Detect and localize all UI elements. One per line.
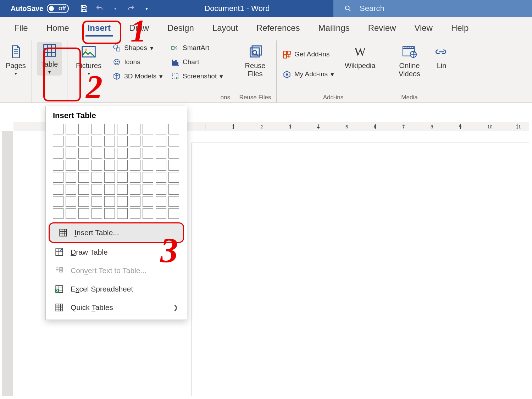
table-grid-cell[interactable] [130, 196, 140, 207]
table-grid-cell[interactable] [143, 208, 153, 219]
table-grid-cell[interactable] [53, 208, 63, 219]
online-videos-button[interactable]: Online Videos [395, 42, 424, 80]
table-grid-cell[interactable] [143, 160, 153, 171]
table-grid-cell[interactable] [168, 196, 179, 207]
table-grid-cell[interactable] [156, 196, 166, 207]
table-grid-cell[interactable] [104, 160, 115, 171]
document-page[interactable] [192, 143, 529, 396]
menu-excel-spreadsheet[interactable]: Excel Spreadsheet [46, 280, 187, 298]
table-grid-cell[interactable] [78, 136, 89, 146]
tab-file[interactable]: File [5, 18, 37, 38]
table-grid-cell[interactable] [66, 148, 76, 159]
table-button[interactable]: Table ▾ [37, 42, 62, 76]
table-grid-cell[interactable] [66, 196, 76, 207]
table-grid-cell[interactable] [130, 160, 140, 171]
my-addins-button[interactable]: My Add-ins ▾ [282, 68, 335, 80]
table-grid-cell[interactable] [78, 184, 89, 195]
table-grid-cell[interactable] [168, 148, 179, 159]
wikipedia-button[interactable]: W Wikipedia [341, 42, 379, 72]
table-grid-cell[interactable] [92, 196, 102, 207]
table-grid-cell[interactable] [130, 184, 140, 195]
table-grid-cell[interactable] [168, 172, 179, 183]
search-box[interactable]: Search [333, 0, 532, 17]
table-grid-cell[interactable] [53, 148, 63, 159]
table-grid-cell[interactable] [117, 160, 128, 171]
table-grid-cell[interactable] [143, 172, 153, 183]
table-grid-cell[interactable] [104, 136, 115, 146]
table-grid-cell[interactable] [156, 148, 166, 159]
table-grid-cell[interactable] [78, 124, 89, 134]
table-grid-cell[interactable] [104, 148, 115, 159]
table-grid-cell[interactable] [117, 148, 128, 159]
table-grid-cell[interactable] [130, 148, 140, 159]
table-grid-cell[interactable] [143, 136, 153, 146]
table-grid-cell[interactable] [117, 136, 128, 146]
tab-view[interactable]: View [405, 18, 442, 38]
table-grid-cell[interactable] [130, 124, 140, 134]
table-grid-cell[interactable] [156, 160, 166, 171]
table-grid-cell[interactable] [53, 196, 63, 207]
icons-button[interactable]: Icons [111, 56, 164, 68]
get-addins-button[interactable]: Get Add-ins [282, 48, 335, 60]
table-grid-cell[interactable] [143, 196, 153, 207]
table-grid-cell[interactable] [78, 196, 89, 207]
reuse-files-button[interactable]: Reuse Files [239, 42, 271, 80]
table-grid-cell[interactable] [53, 184, 63, 195]
table-grid-cell[interactable] [168, 208, 179, 219]
table-grid-cell[interactable] [168, 184, 179, 195]
table-grid-cell[interactable] [143, 148, 153, 159]
tab-mailings[interactable]: Mailings [309, 18, 359, 38]
table-grid-cell[interactable] [66, 136, 76, 146]
table-grid-cell[interactable] [117, 196, 128, 207]
tab-references[interactable]: References [247, 18, 309, 38]
tab-draw[interactable]: Draw [120, 18, 158, 38]
table-grid-cell[interactable] [117, 208, 128, 219]
tab-insert[interactable]: Insert [78, 18, 120, 38]
table-grid-cell[interactable] [130, 208, 140, 219]
table-grid-cell[interactable] [117, 172, 128, 183]
table-grid-cell[interactable] [130, 136, 140, 146]
table-grid-cell[interactable] [130, 172, 140, 183]
table-grid-cell[interactable] [66, 160, 76, 171]
qat-chevron-down-icon[interactable]: ▾ [111, 4, 120, 13]
tab-help[interactable]: Help [442, 18, 478, 38]
table-grid-cell[interactable] [104, 124, 115, 134]
table-grid-cell[interactable] [78, 160, 89, 171]
table-size-grid[interactable] [46, 124, 187, 222]
table-grid-cell[interactable] [53, 124, 63, 134]
pages-button[interactable]: Pages ▾ [5, 42, 27, 78]
table-grid-cell[interactable] [66, 208, 76, 219]
table-grid-cell[interactable] [156, 172, 166, 183]
table-grid-cell[interactable] [168, 124, 179, 134]
tab-design[interactable]: Design [158, 18, 203, 38]
table-grid-cell[interactable] [104, 208, 115, 219]
shapes-button[interactable]: Shapes▾ [111, 42, 164, 54]
menu-quick-tables[interactable]: Quick Tables ❯ [46, 298, 187, 317]
save-icon[interactable] [79, 4, 89, 13]
screenshot-button[interactable]: Screenshot▾ [170, 70, 224, 82]
3d-models-button[interactable]: 3D Models ▾ [111, 70, 164, 82]
table-grid-cell[interactable] [143, 124, 153, 134]
table-grid-cell[interactable] [117, 184, 128, 195]
menu-insert-table[interactable]: Insert Table... [49, 222, 184, 243]
table-grid-cell[interactable] [92, 136, 102, 146]
tab-layout[interactable]: Layout [203, 18, 247, 38]
redo-icon[interactable] [126, 4, 135, 13]
autosave-toggle[interactable]: Off [47, 4, 69, 13]
table-grid-cell[interactable] [78, 172, 89, 183]
table-grid-cell[interactable] [92, 160, 102, 171]
undo-icon[interactable] [95, 4, 104, 13]
table-grid-cell[interactable] [104, 172, 115, 183]
customize-qat-icon[interactable]: ▾ [142, 4, 151, 13]
table-grid-cell[interactable] [156, 208, 166, 219]
table-grid-cell[interactable] [156, 184, 166, 195]
table-grid-cell[interactable] [168, 160, 179, 171]
smartart-button[interactable]: SmartArt [170, 42, 224, 54]
table-grid-cell[interactable] [66, 124, 76, 134]
pictures-button[interactable]: Pictures ▾ [72, 42, 105, 82]
table-grid-cell[interactable] [104, 196, 115, 207]
table-grid-cell[interactable] [66, 184, 76, 195]
table-grid-cell[interactable] [78, 148, 89, 159]
link-button[interactable]: Lin [434, 42, 449, 72]
table-grid-cell[interactable] [168, 136, 179, 146]
